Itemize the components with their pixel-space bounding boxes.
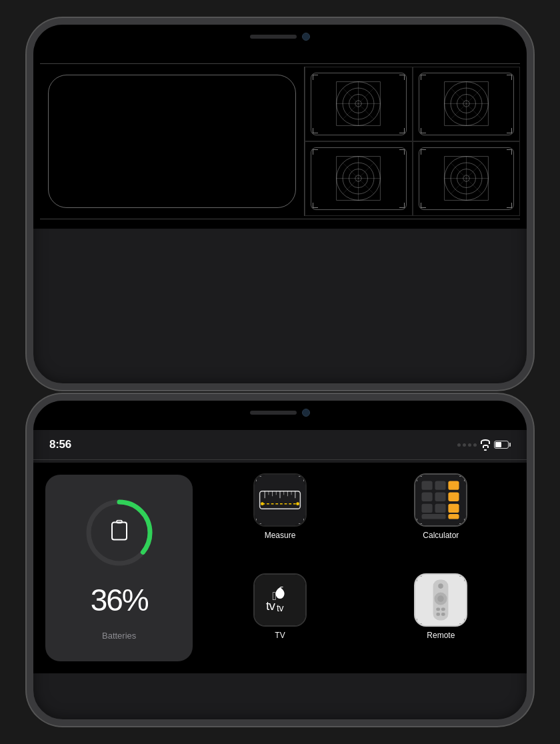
widgets-screen: 36% Batteries (33, 463, 527, 673)
measure-app-cell[interactable]: Measure (199, 468, 360, 568)
signal-icon (457, 443, 477, 447)
remote-icon[interactable] (414, 573, 467, 627)
camera-bottom (302, 409, 310, 417)
blueprint-divider-top (40, 63, 520, 64)
blueprint-small-grid (305, 67, 520, 216)
status-bar: 8:56 (33, 430, 527, 459)
battery-phone-icon (111, 519, 128, 545)
battery-status-icon (494, 441, 511, 449)
blueprint-small-widget-2 (413, 67, 521, 141)
blueprint-small-widget-1 (305, 67, 413, 141)
notch-top (213, 25, 347, 49)
blueprint-large-inner (48, 75, 296, 208)
camera-top (302, 33, 310, 41)
tv-app-cell[interactable]:  tv tv TV (199, 568, 360, 668)
speaker-bottom (250, 411, 297, 415)
widget-grid: 36% Batteries (39, 468, 521, 668)
blueprint-small-inner-1 (311, 73, 407, 135)
blueprint-small-widget-3 (305, 141, 413, 216)
status-icons (457, 439, 511, 451)
wifi-icon (481, 439, 490, 451)
tv-icon[interactable]:  tv tv (253, 573, 307, 627)
battery-percent-text: 36% (91, 585, 148, 615)
blueprint-small-widget-4 (413, 141, 521, 216)
status-time: 8:56 (49, 438, 71, 451)
blueprint-small-inner-2 (419, 73, 515, 135)
blueprint-small-inner-4 (419, 147, 515, 210)
remote-app-cell[interactable]: Remote (361, 568, 521, 668)
notch-bottom (213, 401, 347, 425)
blueprint-screen (33, 54, 527, 229)
calculator-icon[interactable] (414, 473, 467, 527)
measure-icon[interactable] (253, 473, 307, 527)
phone-actual: 8:56 (27, 394, 533, 726)
phones-container: 8:56 (0, 0, 560, 744)
calculator-app-cell[interactable]: Calculator (361, 468, 521, 568)
notch-area-bottom (33, 401, 527, 430)
notch-area-top (33, 25, 527, 54)
tv-label: TV (275, 631, 285, 640)
blueprint-main-row (40, 67, 520, 216)
blueprint-small-inner-3 (311, 147, 407, 210)
blueprint-divider-bottom (40, 219, 520, 219)
measure-label: Measure (265, 531, 296, 540)
calculator-label: Calculator (423, 531, 459, 540)
widget-divider (33, 459, 527, 460)
battery-circle (83, 496, 156, 569)
remote-label: Remote (427, 631, 455, 640)
battery-widget-label: Batteries (102, 631, 136, 641)
phone-blueprint (27, 18, 533, 390)
battery-widget: 36% Batteries (39, 468, 199, 668)
svg-rect-38 (112, 522, 127, 539)
battery-widget-inner: 36% Batteries (45, 475, 193, 661)
blueprint-large-widget (40, 67, 304, 216)
speaker-top (250, 35, 297, 39)
